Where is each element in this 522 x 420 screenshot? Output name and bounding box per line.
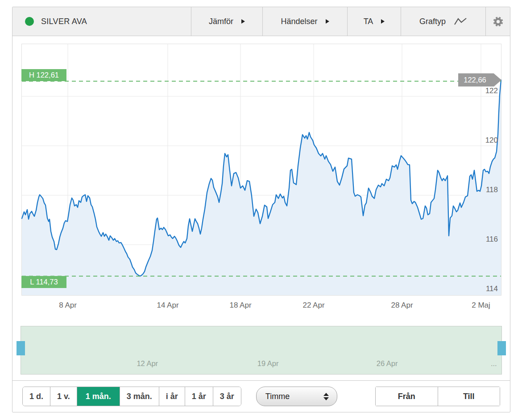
select-arrows-icon (323, 393, 329, 400)
navigator-left-handle[interactable] (17, 341, 25, 355)
line-chart-icon (454, 17, 467, 26)
date-range-buttons: Från Till (375, 387, 500, 406)
ta-label: TA (364, 17, 373, 26)
period-1man[interactable]: 1 mån. (77, 387, 120, 406)
x-axis-label: 18 Apr (220, 301, 261, 310)
x-axis-label: 14 Apr (148, 301, 188, 310)
navigator-date-label: 19 Apr (257, 359, 279, 368)
top-toolbar: SILVER AVA Jämför Händelser TA Graftyp (12, 7, 510, 36)
last-price-tag: 122,66 (458, 73, 501, 86)
instrument-header: SILVER AVA (12, 7, 191, 36)
events-button[interactable]: Händelser (262, 7, 347, 36)
charttype-button[interactable]: Graftyp (401, 7, 485, 36)
period-3man[interactable]: 3 mån. (120, 387, 159, 406)
ta-button[interactable]: TA (347, 7, 401, 36)
resolution-value: Timme (265, 392, 323, 401)
y-axis-label: 118 (486, 185, 498, 195)
instrument-name: SILVER AVA (41, 17, 87, 26)
arrow-right-icon (326, 19, 329, 24)
navigator-right-handle[interactable] (497, 341, 506, 355)
y-axis-label: 120 (485, 136, 498, 146)
x-axis-label: 28 Apr (382, 301, 422, 310)
navigator-date-label: ... (491, 359, 497, 368)
period-iar[interactable]: i år (159, 387, 185, 406)
x-axis-label: 22 Apr (294, 301, 334, 310)
period-1ar[interactable]: 1 år (185, 387, 213, 406)
navigator-date-label: 26 Apr (377, 359, 398, 368)
charttype-label: Graftyp (419, 17, 446, 26)
period-1v[interactable]: 1 v. (50, 387, 77, 406)
period-1d[interactable]: 1 d. (23, 387, 50, 406)
range-navigator[interactable]: 12 Apr19 Apr26 Apr... (21, 326, 502, 375)
arrow-right-icon (241, 19, 245, 24)
compare-label: Jämför (209, 17, 233, 26)
low-badge: L 114,73 (21, 276, 66, 288)
compare-button[interactable]: Jämför (191, 7, 262, 36)
period-button-group: 1 d. 1 v. 1 mån. 3 mån. i år 1 år 3 år (22, 387, 241, 406)
chart-widget: SILVER AVA Jämför Händelser TA Graftyp (12, 7, 510, 412)
gear-icon (492, 16, 504, 28)
x-axis-label: 8 Apr (48, 301, 88, 310)
high-badge: H 122,61 (21, 69, 66, 81)
x-axis-label: 2 Maj (461, 301, 501, 310)
y-axis-label: 122 (485, 86, 498, 96)
events-label: Händelser (281, 17, 317, 26)
range-navigator-wrap: 12 Apr19 Apr26 Apr... (21, 326, 502, 375)
settings-button[interactable] (485, 7, 510, 36)
y-axis-label: 116 (486, 235, 498, 245)
bottom-toolbar: 1 d. 1 v. 1 mån. 3 mån. i år 1 år 3 år T… (12, 380, 510, 412)
area-fill (22, 80, 501, 295)
y-axis-label: 114 (486, 284, 498, 294)
resolution-select[interactable]: Timme (256, 387, 337, 406)
price-line-chart (22, 44, 501, 295)
till-button[interactable]: Till (438, 387, 500, 406)
period-3ar[interactable]: 3 år (213, 387, 241, 406)
market-status-icon (25, 17, 34, 26)
arrow-right-icon (381, 19, 385, 24)
navigator-date-label: 12 Apr (137, 359, 158, 368)
chart-region: H 122,61 L 114,73 122,66 114116118120122… (12, 36, 510, 326)
from-button[interactable]: Från (376, 387, 438, 406)
price-plot[interactable]: H 122,61 L 114,73 122,66 114116118120122… (21, 44, 501, 296)
